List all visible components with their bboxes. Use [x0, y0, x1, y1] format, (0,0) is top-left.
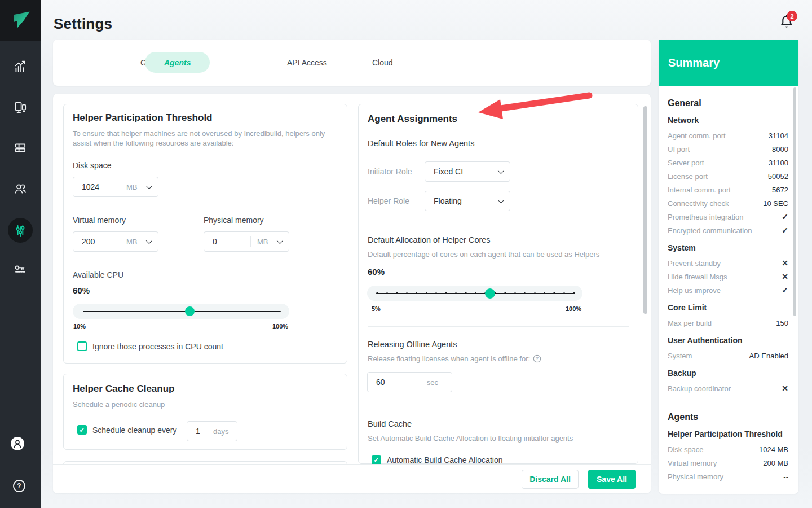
divider	[368, 406, 629, 406]
chevron-down-icon[interactable]	[498, 168, 504, 174]
summary-row-value: 1024 MB	[759, 445, 788, 454]
sidebar-item-analytics[interactable]	[7, 53, 34, 80]
card-title: Helper Cache Cleanup	[73, 383, 174, 395]
summary-row-label: Virtual memory	[668, 459, 717, 467]
physical-memory-value[interactable]: 0	[204, 237, 217, 246]
chevron-down-icon[interactable]	[146, 183, 152, 189]
release-timeout-value[interactable]: 60	[368, 378, 385, 387]
tab-agents[interactable]: Agents	[145, 52, 210, 73]
settings-tabs: GeneralAgentsAPI AccessCloud	[53, 40, 651, 86]
summary-section-title: Agents	[668, 412, 788, 422]
summary-row-label: Max per build	[668, 319, 712, 327]
initiator-role-select[interactable]: Fixed CI	[425, 161, 510, 182]
virtual-memory-input[interactable]: 200 MB	[73, 231, 158, 252]
cross-icon: ✕	[782, 384, 788, 393]
disk-space-input[interactable]: 1024 MB	[73, 177, 158, 197]
schedule-cleanup-label: Schedule cleanup every	[92, 426, 176, 435]
summary-row-value: 8000	[772, 145, 788, 154]
chevron-down-icon[interactable]	[498, 197, 504, 203]
app-logo[interactable]	[0, 0, 41, 41]
ignore-processes-checkbox[interactable]	[77, 341, 87, 351]
slider-tick	[524, 292, 526, 294]
content-scrollbar-thumb[interactable]	[643, 106, 647, 314]
help-circle-icon[interactable]: ?	[533, 354, 541, 366]
summary-row-value: 200 MB	[763, 459, 788, 467]
summary-row-label: Disk space	[668, 445, 704, 454]
auto-build-cache-checkbox[interactable]	[372, 455, 381, 465]
summary-divider	[668, 404, 787, 404]
summary-row-label: Encrypted communication	[668, 226, 752, 235]
sidebar-item-help[interactable]: ?	[7, 474, 34, 501]
slider-tick	[534, 292, 536, 294]
notifications-button[interactable]: 2	[779, 14, 798, 33]
cross-icon: ✕	[782, 259, 788, 268]
summary-body: GeneralNetworkAgent comm. port31104UI po…	[659, 86, 798, 494]
summary-panel: Summary GeneralNetworkAgent comm. port31…	[659, 40, 798, 494]
physical-memory-input[interactable]: 0 MB	[204, 231, 289, 252]
disk-space-unit: MB	[126, 183, 138, 191]
slider-tick	[376, 292, 378, 294]
virtual-memory-value[interactable]: 200	[73, 237, 95, 246]
summary-row: Agent comm. port31104	[668, 129, 788, 142]
summary-row: Prometheus integration✓	[668, 210, 788, 224]
cleanup-interval-value[interactable]: 1	[187, 427, 200, 436]
save-all-button[interactable]: Save All	[588, 470, 636, 489]
summary-group-title: Backup	[668, 369, 788, 378]
summary-row-label: License port	[668, 172, 708, 181]
summary-row: Prevent standby✕	[668, 256, 788, 270]
summary-row-value: AD Enabled	[749, 352, 788, 360]
slider-handle[interactable]	[485, 288, 495, 299]
summary-group-title: System	[668, 243, 788, 252]
tab-api-access[interactable]: API Access	[287, 40, 327, 86]
schedule-cleanup-checkbox[interactable]	[77, 425, 87, 435]
summary-group-title: User Authentication	[668, 336, 788, 345]
helper-role-select[interactable]: Floating	[425, 191, 510, 211]
summary-row: License port50052	[668, 169, 788, 183]
build-cache-heading: Build Cache	[368, 419, 412, 428]
summary-row-label: Physical memory	[668, 472, 723, 481]
chevron-down-icon[interactable]	[146, 238, 152, 244]
slider-handle[interactable]	[185, 306, 195, 316]
sidebar-item-license[interactable]	[7, 256, 34, 283]
chevron-down-icon[interactable]	[277, 238, 283, 244]
sidebar-item-avatar[interactable]	[7, 433, 34, 460]
sidebar-item-agents[interactable]	[7, 94, 34, 121]
release-timeout-input[interactable]: 60 sec	[367, 372, 452, 392]
input-divider	[250, 236, 251, 247]
summary-row-value: 31104	[769, 132, 788, 140]
actions-footer: Discard All Save All	[53, 464, 651, 493]
summary-row: Internal comm. port5672	[668, 183, 788, 196]
sidebar: ?	[0, 0, 41, 508]
release-timeout-unit: sec	[427, 378, 438, 387]
slider-tick	[396, 292, 398, 294]
cleanup-interval-unit: days	[213, 427, 228, 436]
summary-row: UI port8000	[668, 142, 788, 156]
check-icon: ✓	[782, 286, 788, 295]
users-icon	[13, 181, 28, 196]
slider-max-label: 100%	[566, 305, 581, 312]
slider-tick	[504, 292, 506, 294]
summary-row-label: Agent comm. port	[668, 132, 726, 140]
help-icon: ?	[12, 479, 29, 496]
check-icon: ✓	[782, 212, 788, 221]
slider-track	[83, 311, 281, 312]
sidebar-item-settings[interactable]	[7, 217, 34, 244]
tab-cloud[interactable]: Cloud	[372, 40, 393, 86]
available-cpu-slider[interactable]	[73, 304, 289, 319]
slider-tick	[563, 292, 565, 294]
slider-tick	[435, 292, 437, 294]
cores-slider[interactable]	[367, 286, 582, 301]
available-cpu-value: 60%	[73, 286, 90, 295]
summary-header: Summary	[659, 40, 798, 86]
check-icon: ✓	[782, 226, 788, 235]
sidebar-item-users[interactable]	[7, 175, 34, 202]
sidebar-item-builds[interactable]	[7, 134, 34, 161]
discard-all-button[interactable]: Discard All	[522, 470, 579, 489]
summary-scrollbar-thumb[interactable]	[793, 87, 796, 316]
disk-space-value[interactable]: 1024	[73, 182, 99, 191]
cleanup-interval-input[interactable]: 1 days	[187, 421, 237, 441]
helper-participation-threshold-card: Helper Participation Threshold To ensure…	[63, 104, 347, 364]
slider-tick	[514, 292, 516, 294]
summary-row-value: 10 SEC	[763, 199, 788, 208]
summary-row: Encrypted communication✓	[668, 224, 788, 237]
